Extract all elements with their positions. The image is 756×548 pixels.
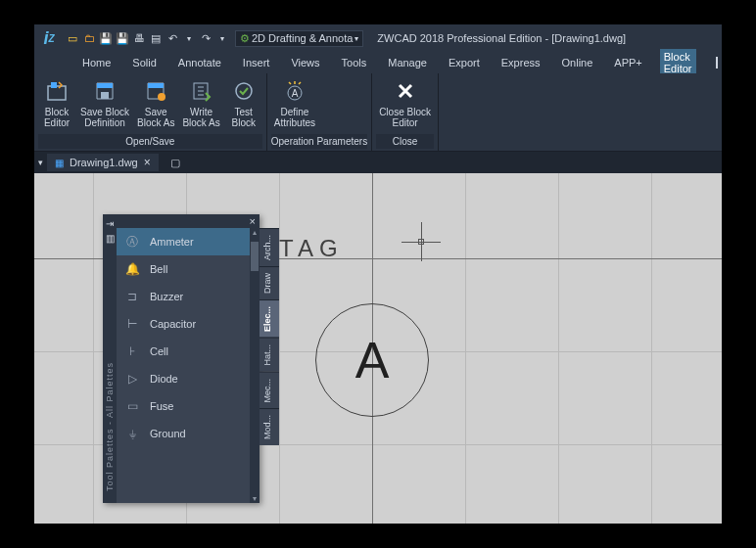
redo-dropdown-icon[interactable]: ▾: [215, 31, 229, 45]
ribbon-group-open-save: BlockEditorSave BlockDefinitionSaveBlock…: [34, 73, 267, 151]
tab-scroll-icon[interactable]: ▾: [38, 158, 43, 167]
ribbon-tool-test-block[interactable]: TestBlock: [225, 75, 262, 134]
undo-dropdown-icon[interactable]: ▾: [182, 31, 196, 45]
palette-list: ⒶAmmeter🔔Bell⊐Buzzer⊢Capacitor⊦Cell▷Diod…: [117, 228, 260, 503]
palette-tab-mod[interactable]: Mod...: [260, 408, 279, 445]
tool-label: TestBlock: [232, 107, 256, 128]
ribbon-tool-save-block-as[interactable]: SaveBlock As: [134, 75, 177, 134]
redo-icon[interactable]: ↷: [199, 31, 213, 45]
tool-label: Save BlockDefinition: [80, 107, 129, 128]
menu-app+[interactable]: APP+: [610, 55, 645, 70]
tool-label: DefineAttributes: [274, 107, 315, 128]
ribbon-group-title: Close: [376, 134, 434, 149]
tag-attribute-text: TAG: [279, 235, 344, 262]
palette-tab-elec[interactable]: Elec...: [260, 299, 279, 338]
tool-palette[interactable]: ⇥ ▥ Tool Palettes - All Palettes × ⒶAmme…: [103, 214, 260, 503]
menu-home[interactable]: Home: [78, 55, 115, 70]
preview-icon[interactable]: ▤: [149, 31, 163, 45]
palette-tab-mec[interactable]: Mec...: [260, 372, 279, 409]
tool-icon: [392, 77, 419, 105]
app-logo: iZ: [38, 27, 60, 49]
menu-annotate[interactable]: Annotate: [174, 55, 225, 70]
open-icon[interactable]: 🗀: [82, 31, 96, 45]
undo-icon[interactable]: ↶: [165, 31, 179, 45]
palette-item-label: Buzzer: [150, 291, 183, 302]
palette-item-label: Diode: [150, 373, 178, 385]
palette-tabs: Arch...DrawElec...Hat...Mec...Mod...: [260, 228, 279, 445]
svg-point-5: [236, 83, 252, 99]
ribbon-group-title: Operation Parameters: [271, 134, 367, 149]
bell-icon: 🔔: [122, 260, 142, 278]
save-icon[interactable]: 💾: [99, 31, 113, 45]
palette-spine[interactable]: ⇥ ▥ Tool Palettes - All Palettes: [103, 214, 117, 503]
ribbon-tool-define-attributes[interactable]: ADefineAttributes: [271, 75, 318, 134]
palette-item-label: Capacitor: [150, 318, 196, 330]
document-tab-bar: ▾ ▦ Drawing1.dwg × ▢: [34, 152, 722, 173]
document-tab[interactable]: ▦ Drawing1.dwg ×: [47, 154, 159, 171]
ribbon-tool-save-block-definition[interactable]: Save BlockDefinition: [77, 75, 132, 134]
mail-icon[interactable]: [716, 57, 718, 68]
pin-icon[interactable]: ⇥: [106, 218, 114, 229]
titlebar: iZ ▭ 🗀 💾 💾 🖶 ▤ ↶ ▾ ↷ ▾ ⚙ 2D Drafting & A…: [34, 24, 722, 52]
workspace-label: 2D Drafting & Annota: [252, 32, 353, 44]
palette-item-cell[interactable]: ⊦Cell: [117, 338, 260, 365]
scroll-up-icon[interactable]: ▴: [250, 228, 260, 237]
diode-icon: ▷: [122, 370, 142, 388]
capacitor-icon: ⊢: [122, 315, 142, 333]
menu-tools[interactable]: Tools: [338, 55, 371, 70]
ribbon-group-close: Close BlockEditorClose: [372, 73, 439, 151]
new-icon[interactable]: ▭: [66, 31, 79, 45]
scroll-down-icon[interactable]: ▾: [250, 494, 260, 503]
palette-scrollbar[interactable]: ▴ ▾: [250, 228, 260, 503]
ribbon-tool-block-editor[interactable]: BlockEditor: [38, 75, 75, 134]
menubar: HomeSolidAnnotateInsertViewsToolsManageE…: [34, 52, 722, 73]
menu-manage[interactable]: Manage: [384, 55, 431, 70]
ground-icon: ⏚: [122, 425, 142, 442]
saveas-icon[interactable]: 💾: [116, 31, 129, 45]
scrollbar-thumb[interactable]: [251, 242, 259, 271]
close-palette-icon[interactable]: ×: [250, 215, 256, 227]
palette-header: ×: [117, 214, 260, 228]
palette-item-bell[interactable]: 🔔Bell: [117, 255, 260, 283]
menu-express[interactable]: Express: [497, 55, 544, 70]
block-letter: A: [355, 331, 390, 389]
palette-item-diode[interactable]: ▷Diode: [117, 365, 260, 392]
palette-tab-hat[interactable]: Hat...: [260, 338, 279, 372]
cell-icon: ⊦: [122, 342, 142, 360]
palette-tab-draw[interactable]: Draw: [260, 266, 279, 299]
close-tab-icon[interactable]: ×: [144, 156, 151, 169]
menu-export[interactable]: Export: [445, 55, 484, 70]
svg-rect-1: [51, 82, 57, 88]
palette-item-label: Bell: [150, 263, 167, 275]
palette-item-buzzer[interactable]: ⊐Buzzer: [117, 283, 260, 310]
tool-label: Close BlockEditor: [379, 107, 431, 128]
print-icon[interactable]: 🖶: [132, 31, 146, 45]
drawing-canvas[interactable]: TAG A ⇥ ▥ Tool Palettes - All Palettes ×…: [34, 173, 722, 524]
palette-item-fuse[interactable]: ▭Fuse: [117, 392, 260, 420]
menu-icon[interactable]: ▥: [106, 233, 115, 244]
ribbon-tool-close-block-editor[interactable]: Close BlockEditor: [376, 75, 434, 134]
palette-title: Tool Palettes - All Palettes: [105, 362, 115, 491]
tool-icon: [43, 77, 71, 105]
tool-label: WriteBlock As: [182, 107, 219, 128]
svg-rect-2: [101, 92, 109, 99]
menu-block-editor[interactable]: Block Editor: [660, 49, 696, 76]
workspace-selector[interactable]: ⚙ 2D Drafting & Annota ▾: [235, 30, 363, 47]
tool-icon: [230, 77, 258, 105]
menu-online[interactable]: Online: [558, 55, 597, 70]
palette-item-ammeter[interactable]: ⒶAmmeter: [117, 228, 260, 255]
menu-views[interactable]: Views: [287, 55, 323, 70]
palette-tab-arch[interactable]: Arch...: [260, 228, 279, 266]
new-tab-icon[interactable]: ▢: [170, 157, 180, 169]
palette-item-ground[interactable]: ⏚Ground: [117, 420, 260, 447]
palette-item-capacitor[interactable]: ⊢Capacitor: [117, 310, 260, 338]
block-circle: A: [315, 303, 429, 417]
menu-insert[interactable]: Insert: [239, 55, 274, 70]
ribbon-tool-write-block-as[interactable]: WriteBlock As: [179, 75, 222, 134]
menu-solid[interactable]: Solid: [128, 55, 160, 70]
tool-icon: [188, 77, 215, 105]
palette-item-label: Cell: [150, 345, 168, 357]
window-title: ZWCAD 2018 Professional Edition - [Drawi…: [377, 32, 626, 44]
tool-icon: [142, 77, 169, 105]
ribbon-group-operation-parameters: ADefineAttributesOperation Parameters: [267, 73, 372, 151]
